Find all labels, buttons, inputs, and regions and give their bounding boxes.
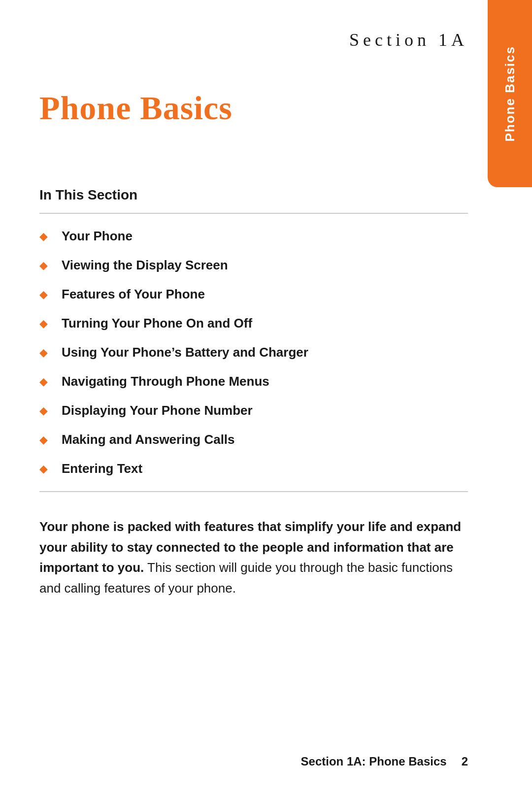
bullet-icon: ◆: [39, 318, 48, 329]
list-item: ◆ Your Phone: [39, 229, 468, 244]
list-item: ◆ Displaying Your Phone Number: [39, 403, 468, 418]
page-title: Phone Basics: [39, 89, 233, 127]
bullet-icon: ◆: [39, 405, 48, 416]
toc-item-text: Entering Text: [62, 461, 142, 476]
list-item: ◆ Entering Text: [39, 461, 468, 476]
list-item: ◆ Viewing the Display Screen: [39, 258, 468, 273]
bullet-icon: ◆: [39, 434, 48, 445]
page-container: Phone Basics Section 1A Phone Basics In …: [0, 0, 532, 798]
footer-section-label: Section 1A: Phone Basics: [301, 755, 447, 768]
toc-item-text: Using Your Phone’s Battery and Charger: [62, 345, 308, 360]
side-tab: Phone Basics: [488, 0, 532, 187]
in-this-section-heading: In This Section: [39, 187, 468, 203]
bullet-icon: ◆: [39, 464, 48, 474]
toc-item-text: Your Phone: [62, 229, 133, 244]
list-item: ◆ Making and Answering Calls: [39, 432, 468, 447]
bullet-icon: ◆: [39, 376, 48, 387]
list-item: ◆ Turning Your Phone On and Off: [39, 316, 468, 331]
toc-item-text: Making and Answering Calls: [62, 432, 235, 447]
bullet-icon: ◆: [39, 260, 48, 271]
section-content: In This Section ◆ Your Phone ◆ Viewing t…: [39, 187, 468, 598]
bullet-icon: ◆: [39, 231, 48, 242]
toc-item-text: Turning Your Phone On and Off: [62, 316, 252, 331]
divider-top: [39, 213, 468, 214]
description-block: Your phone is packed with features that …: [39, 517, 468, 598]
toc-item-text: Navigating Through Phone Menus: [62, 374, 269, 389]
list-item: ◆ Navigating Through Phone Menus: [39, 374, 468, 389]
section-header: Section 1A: [349, 30, 468, 50]
main-title-block: Phone Basics: [39, 89, 233, 128]
list-item: ◆ Using Your Phone’s Battery and Charger: [39, 345, 468, 360]
section-label: Section 1A: [349, 30, 468, 50]
side-tab-label: Phone Basics: [502, 46, 518, 142]
page-footer: Section 1A: Phone Basics 2: [39, 755, 468, 768]
bullet-icon: ◆: [39, 289, 48, 300]
toc-item-text: Displaying Your Phone Number: [62, 403, 253, 418]
divider-bottom: [39, 491, 468, 492]
toc-list: ◆ Your Phone ◆ Viewing the Display Scree…: [39, 229, 468, 476]
toc-item-text: Viewing the Display Screen: [62, 258, 228, 273]
bullet-icon: ◆: [39, 347, 48, 358]
list-item: ◆ Features of Your Phone: [39, 287, 468, 302]
footer-page-number: 2: [462, 755, 468, 768]
toc-item-text: Features of Your Phone: [62, 287, 205, 302]
